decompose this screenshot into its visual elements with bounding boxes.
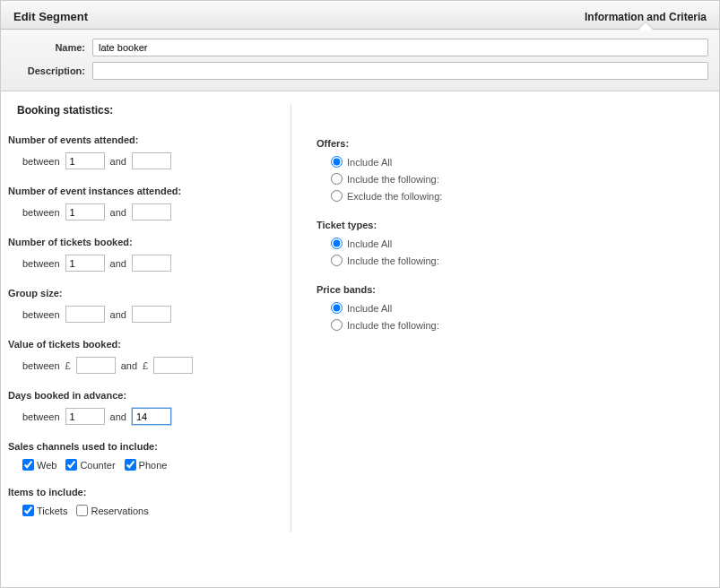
- offers-heading: Offers:: [317, 138, 712, 149]
- price-bands-section: Price bands: Include All Include the fol…: [317, 284, 712, 331]
- group-size-block: Group size: between and: [8, 288, 278, 323]
- item-tickets-checkbox[interactable]: [22, 505, 34, 516]
- name-description-section: Name: Description:: [1, 30, 719, 91]
- instances-attended-from[interactable]: [65, 203, 105, 220]
- tab-information-criteria[interactable]: Information and Criteria: [585, 11, 707, 29]
- currency-symbol: £: [65, 360, 71, 371]
- panel-title: Edit Segment: [13, 10, 88, 29]
- events-attended-to[interactable]: [132, 152, 171, 169]
- left-column: Booking statistics: Number of events att…: [8, 104, 291, 532]
- channel-phone-checkbox[interactable]: [125, 459, 136, 471]
- header-bar: Edit Segment Information and Criteria: [1, 1, 719, 30]
- items-include-block: Items to include: Tickets Reservations: [8, 487, 278, 516]
- instances-attended-label: Number of event instances attended:: [8, 186, 278, 196]
- events-attended-label: Number of events attended:: [8, 134, 278, 145]
- sales-channels-heading: Sales channels used to include:: [8, 441, 278, 452]
- sales-channels-block: Sales channels used to include: Web Coun…: [8, 441, 278, 471]
- tickets-booked-to[interactable]: [132, 255, 171, 272]
- item-reservations[interactable]: Reservations: [76, 505, 148, 516]
- value-booked-label: Value of tickets booked:: [8, 339, 278, 350]
- channel-counter-checkbox[interactable]: [65, 459, 77, 471]
- items-include-heading: Items to include:: [8, 487, 278, 497]
- tickets-booked-block: Number of tickets booked: between and: [8, 237, 278, 272]
- booking-statistics-heading: Booking statistics:: [17, 104, 278, 117]
- value-booked-block: Value of tickets booked: between £ and £: [8, 339, 278, 374]
- description-input[interactable]: [92, 62, 708, 80]
- tickets-booked-from[interactable]: [65, 255, 105, 272]
- events-attended-from[interactable]: [65, 152, 105, 169]
- group-size-label: Group size:: [8, 288, 278, 298]
- ticket-types-section: Ticket types: Include All Include the fo…: [317, 220, 712, 266]
- item-tickets[interactable]: Tickets: [22, 505, 67, 516]
- days-advance-to[interactable]: [132, 408, 171, 425]
- description-label: Description:: [12, 65, 92, 76]
- price-bands-heading: Price bands:: [317, 284, 712, 295]
- channel-web-checkbox[interactable]: [22, 459, 34, 471]
- ticket-types-include-all[interactable]: Include All: [331, 238, 712, 249]
- instances-attended-block: Number of event instances attended: betw…: [8, 186, 278, 220]
- ticket-types-heading: Ticket types:: [317, 220, 712, 230]
- price-bands-include-all[interactable]: Include All: [331, 302, 712, 314]
- value-booked-from[interactable]: [76, 357, 116, 374]
- between-label: between: [22, 156, 60, 167]
- offers-include-all[interactable]: Include All: [331, 156, 712, 168]
- days-advance-block: Days booked in advance: between and: [8, 390, 278, 425]
- channel-counter[interactable]: Counter: [65, 459, 115, 471]
- offers-section: Offers: Include All Include the followin…: [317, 138, 712, 202]
- tickets-booked-label: Number of tickets booked:: [8, 237, 278, 247]
- channel-web[interactable]: Web: [22, 459, 56, 471]
- events-attended-block: Number of events attended: between and: [8, 134, 278, 169]
- value-booked-to[interactable]: [153, 357, 193, 374]
- name-input[interactable]: [92, 39, 708, 56]
- days-advance-label: Days booked in advance:: [8, 390, 278, 401]
- item-reservations-checkbox[interactable]: [76, 505, 88, 516]
- edit-segment-panel: Edit Segment Information and Criteria Na…: [0, 0, 720, 588]
- group-size-from[interactable]: [65, 306, 105, 323]
- price-bands-include-following[interactable]: Include the following:: [331, 319, 712, 331]
- name-label: Name:: [12, 42, 92, 53]
- right-column: Offers: Include All Include the followin…: [291, 104, 712, 532]
- offers-include-following[interactable]: Include the following:: [331, 173, 712, 185]
- ticket-types-include-following[interactable]: Include the following:: [331, 255, 712, 266]
- and-label: and: [110, 156, 126, 167]
- group-size-to[interactable]: [132, 306, 171, 323]
- instances-attended-to[interactable]: [132, 203, 171, 220]
- offers-exclude-following[interactable]: Exclude the following:: [331, 190, 712, 202]
- channel-phone[interactable]: Phone: [125, 459, 168, 471]
- days-advance-from[interactable]: [65, 408, 105, 425]
